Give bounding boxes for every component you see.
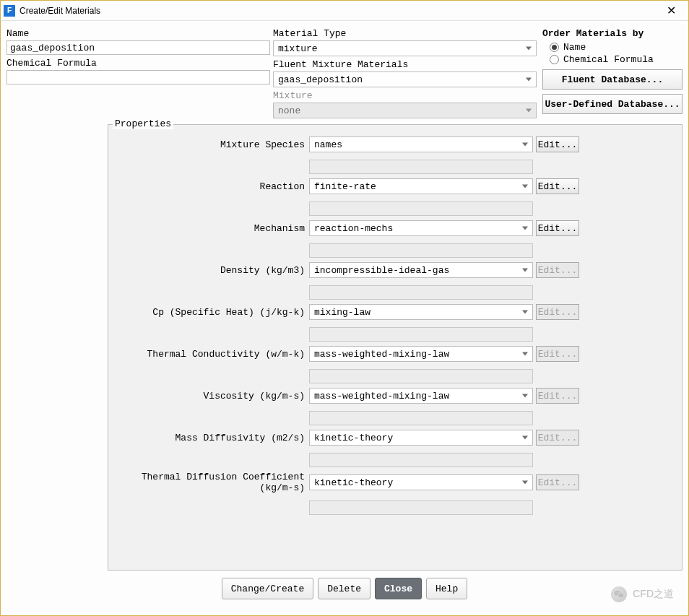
close-button[interactable]: Close: [375, 578, 422, 599]
material-type-combo[interactable]: mixture: [273, 40, 537, 56]
properties-legend: Properties: [113, 118, 173, 129]
property-combo[interactable]: kinetic-theory: [309, 430, 533, 446]
top-area: Name Chemical Formula Material Type mixt…: [6, 25, 682, 118]
chemical-formula-input[interactable]: [6, 70, 270, 84]
order-by-name[interactable]: Name: [550, 42, 682, 53]
property-value: reaction-mechs: [314, 223, 393, 234]
property-value-field: [309, 243, 533, 258]
close-icon[interactable]: ✕: [656, 1, 685, 20]
property-row: Thermal Diffusion Coefficient (kg/m-s)ki…: [111, 472, 679, 493]
property-value-row: [111, 240, 679, 258]
name-label: Name: [6, 28, 270, 39]
property-combo[interactable]: mass-weighted-mixing-law: [309, 346, 533, 362]
property-value-row: [111, 199, 679, 216]
property-value: names: [314, 139, 342, 150]
edit-button[interactable]: Edit...: [536, 178, 579, 194]
content: Name Chemical Formula Material Type mixt…: [1, 21, 688, 615]
chevron-down-icon: [526, 109, 532, 113]
property-combo[interactable]: reaction-mechs: [309, 220, 533, 236]
property-value: mixing-law: [314, 307, 370, 318]
fluent-database-button[interactable]: Fluent Database...: [542, 69, 682, 90]
chevron-down-icon: [522, 269, 528, 272]
property-value-field: [309, 201, 533, 216]
chevron-down-icon: [522, 143, 528, 147]
property-value-field: [309, 327, 533, 342]
property-row: Cp (Specific Heat) (j/kg-k)mixing-lawEdi…: [111, 304, 679, 320]
app-icon: F: [4, 5, 15, 17]
property-label: Density (kg/m3): [111, 265, 306, 276]
chevron-down-icon: [522, 227, 528, 230]
chevron-down-icon: [522, 394, 528, 398]
chevron-down-icon: [522, 436, 528, 440]
left-column: Name Chemical Formula: [6, 25, 270, 118]
property-label: Viscosity (kg/m-s): [111, 391, 306, 402]
properties-container: Mixture SpeciesnamesEdit...Reactionfinit…: [111, 136, 679, 515]
property-label: Cp (Specific Heat) (j/kg-k): [111, 307, 306, 318]
mixture-combo: none: [273, 103, 537, 118]
materials-dialog: F Create/Edit Materials ✕ Name Chemical …: [0, 0, 689, 616]
fluent-mixture-combo[interactable]: gaas_deposition: [273, 71, 537, 87]
property-value-row: [111, 498, 679, 515]
watermark: CFD之道: [611, 586, 674, 602]
order-by-chemical-formula[interactable]: Chemical Formula: [550, 54, 682, 65]
edit-button[interactable]: Edit...: [536, 136, 579, 152]
property-value: finite-rate: [314, 181, 376, 192]
edit-button: Edit...: [536, 304, 579, 320]
footer: Change/Create Delete Close Help: [6, 571, 682, 610]
wechat-icon: [611, 586, 627, 602]
edit-button: Edit...: [536, 474, 579, 490]
order-cf-label: Chemical Formula: [563, 54, 654, 65]
property-label: Thermal Conductivity (w/m-k): [111, 349, 306, 360]
property-value-row: [111, 282, 679, 300]
property-combo[interactable]: kinetic-theory: [309, 474, 533, 490]
edit-button: Edit...: [536, 262, 579, 278]
property-row: Thermal Conductivity (w/m-k)mass-weighte…: [111, 346, 679, 362]
property-combo[interactable]: mass-weighted-mixing-law: [309, 388, 533, 404]
mid-column: Material Type mixture Fluent Mixture Mat…: [273, 25, 537, 118]
property-combo[interactable]: mixing-law: [309, 304, 533, 320]
material-type-label: Material Type: [273, 28, 537, 39]
edit-button: Edit...: [536, 430, 579, 446]
edit-button[interactable]: Edit...: [536, 220, 579, 236]
chevron-down-icon: [526, 47, 532, 51]
user-defined-database-button[interactable]: User-Defined Database...: [542, 94, 682, 114]
chevron-down-icon: [522, 352, 528, 356]
fluent-mixture-label: Fluent Mixture Materials: [273, 59, 537, 70]
delete-button[interactable]: Delete: [318, 578, 370, 599]
mixture-label: Mixture: [273, 90, 537, 101]
material-type-value: mixture: [278, 43, 318, 54]
chemical-formula-label: Chemical Formula: [6, 58, 270, 69]
property-value: mass-weighted-mixing-law: [314, 391, 449, 402]
name-input[interactable]: [6, 40, 270, 55]
order-box: Order Materials by Name Chemical Formula…: [540, 25, 682, 118]
property-value: kinetic-theory: [314, 477, 393, 488]
chevron-down-icon: [522, 185, 528, 188]
property-value-row: [111, 366, 679, 383]
radio-icon: [550, 55, 559, 64]
property-value-row: [111, 324, 679, 342]
order-title: Order Materials by: [542, 28, 682, 39]
property-combo[interactable]: incompressible-ideal-gas: [309, 262, 533, 278]
property-row: Mass Diffusivity (m2/s)kinetic-theoryEdi…: [111, 430, 679, 446]
properties-group: Properties Mixture SpeciesnamesEdit...Re…: [108, 124, 682, 571]
property-value-field: [309, 453, 533, 467]
property-value-row: [111, 408, 679, 425]
property-value-row: [111, 157, 679, 174]
watermark-text: CFD之道: [633, 588, 674, 601]
chevron-down-icon: [522, 311, 528, 314]
property-label: Reaction: [111, 181, 306, 192]
window-title: Create/Edit Materials: [20, 6, 100, 16]
help-button[interactable]: Help: [426, 578, 467, 599]
edit-button: Edit...: [536, 346, 579, 362]
mixture-value: none: [278, 105, 300, 116]
order-name-label: Name: [563, 42, 586, 53]
change-create-button[interactable]: Change/Create: [222, 578, 313, 599]
property-value-row: [111, 450, 679, 467]
titlebar: F Create/Edit Materials ✕: [1, 1, 688, 21]
property-label: Thermal Diffusion Coefficient (kg/m-s): [111, 472, 306, 493]
edit-button: Edit...: [536, 388, 579, 404]
property-row: Mechanismreaction-mechsEdit...: [111, 220, 679, 236]
property-combo[interactable]: names: [309, 136, 533, 152]
property-combo[interactable]: finite-rate: [309, 178, 533, 194]
property-row: Reactionfinite-rateEdit...: [111, 178, 679, 194]
